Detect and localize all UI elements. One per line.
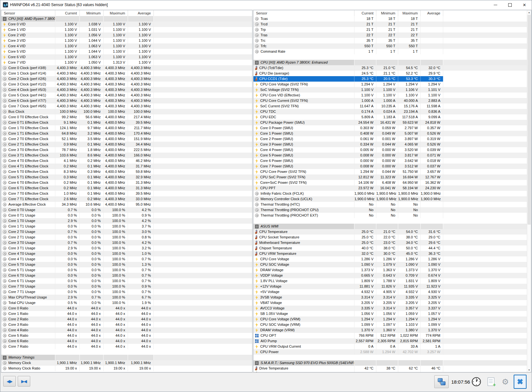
sensor-row[interactable]: Core 0 T0 Usage0.7 %0.0 %100.0 %4.2 % bbox=[1, 207, 252, 213]
section-header-row[interactable]: S.M.A.R.T.: Samsung SSD 970 EVO Plus 500… bbox=[253, 360, 527, 366]
column-header-sensor[interactable]: Sensor bbox=[1, 10, 55, 16]
sensor-row[interactable]: Memory Clock Ratio19.00 x19.00 x19.00 x1… bbox=[1, 366, 252, 371]
sensor-row[interactable]: Max CPU/Thread Usage2.9 %0.7 %100.0 %6.7… bbox=[1, 295, 252, 300]
close-sensors-button[interactable]: ✖ bbox=[514, 375, 527, 389]
maximize-button[interactable] bbox=[503, 0, 517, 9]
sensor-row[interactable]: CPU Core Voltage1.286 V1.286 V1.286 V1.2… bbox=[253, 256, 527, 262]
sensor-row[interactable]: Core 2 Ratio44.0 x44.0 x44.0 x44.0 x bbox=[1, 316, 252, 322]
sensor-row[interactable]: Core 5 Clock (perf #4/1)4,400.3 MHz4,400… bbox=[1, 93, 252, 98]
sensor-row[interactable]: Core+SoC Power (SVI2 TFN)14.106 W6.408 W… bbox=[253, 180, 527, 185]
sensor-row[interactable]: Core 1 VID1.100 V1.031 V1.100 V1.100 V bbox=[1, 27, 252, 32]
sensor-row[interactable]: Trc35 T35 T35 T bbox=[253, 38, 527, 43]
sensor-row[interactable]: Core 3 T1 Effective Clock103.6 MHz8.6 MH… bbox=[1, 153, 252, 158]
sensor-row[interactable]: Core 3 T1 Usage2.9 %0.0 %100.0 %3.2 % bbox=[1, 245, 252, 251]
sensor-row[interactable]: Core 2 T0 Effective Clock52.1 MHz3.5 MHz… bbox=[1, 136, 252, 142]
sensor-row[interactable]: Core 1 T1 Usage0.0 %0.0 %100.0 %3.7 % bbox=[1, 224, 252, 229]
sensor-row[interactable]: Core 6 Power (SMU)0.000 W0.000 W3.642 W0… bbox=[253, 158, 527, 164]
sensor-row[interactable]: Core 7 T0 Effective Clock1.0 MHz0.1 MHz4… bbox=[1, 191, 252, 196]
sensor-row[interactable]: Command Rate1 T1 T1 T bbox=[253, 49, 527, 54]
sensor-row[interactable]: Core 3 Power (SMU)0.334 W0.044 W4.065 W0… bbox=[253, 142, 527, 147]
sensor-row[interactable]: Core 7 T1 Effective Clock2.6 MHz0.2 MHz4… bbox=[1, 196, 252, 202]
sensor-row[interactable]: Core 6 T0 Effective Clock0.2 MHz0.1 MHz4… bbox=[1, 180, 252, 185]
column-header-sensor[interactable]: Sensor bbox=[253, 10, 354, 16]
sensor-row[interactable]: Core 3 VID1.100 V1.044 V1.100 V1.100 V bbox=[1, 38, 252, 43]
sensor-row[interactable]: Core 2 T0 Usage0.7 %0.0 %100.0 %3.0 % bbox=[1, 229, 252, 235]
sensor-row[interactable]: Tcas18 T18 T18 T bbox=[253, 16, 527, 22]
sensor-row[interactable]: Core 6 VID1.100 V1.063 V1.100 V1.100 V bbox=[1, 54, 252, 60]
sensor-row[interactable]: Core 7 Ratio44.0 x44.0 x44.0 x44.0 x bbox=[1, 344, 252, 349]
sensor-row[interactable]: CPU Power2.588 W1.294 W42.702 W3.257 W bbox=[253, 349, 527, 355]
sensor-row[interactable]: Core 6 T1 Usage0.0 %0.0 %100.0 %0.7 % bbox=[1, 278, 252, 284]
sensor-row[interactable]: Tras22 T22 T22 T bbox=[253, 32, 527, 38]
sensor-row[interactable]: +5V Voltage4.932 V4.905 V4.932 V4.930 V bbox=[253, 289, 527, 295]
sensor-row[interactable]: Core 3 Ratio44.0 x44.0 x44.0 x44.0 x bbox=[1, 322, 252, 327]
sensor-row[interactable]: CPU Core Voltage (SVI2 TFN)1.294 V1.294 … bbox=[253, 82, 527, 87]
sensor-row[interactable]: SB 1.05V Voltage1.056 V1.056 V1.059 V1.0… bbox=[253, 311, 527, 316]
sensor-row[interactable]: Core 5 T0 Usage0.0 %0.0 %100.0 %1.3 % bbox=[1, 262, 252, 267]
sensor-row[interactable]: CPU (Tctl/Tdie)25.3 °C21.0 °C54.5 °C32.0… bbox=[253, 65, 527, 71]
sensor-row[interactable]: Drive Temperature42 °C38 °C62 °C46 °C bbox=[253, 366, 527, 371]
sensor-row[interactable]: Core 1 T1 Effective Clock64.8 MHz3.2 MHz… bbox=[1, 131, 252, 136]
sensor-row[interactable]: Core 4 Ratio44.0 x44.0 x44.0 x44.0 x bbox=[1, 327, 252, 333]
section-header-row[interactable]: CPU [#0]: AMD Ryzen 7 3800X bbox=[1, 16, 252, 22]
sensor-row[interactable]: Trcd21 T21 T21 T bbox=[253, 22, 527, 27]
sensor-row[interactable]: Core 7 Power (SMU)0.008 W0.000 W3.512 W0… bbox=[253, 164, 527, 169]
sensor-row[interactable]: Thermal Throttling (PROCHOT CPU)NoNoNo bbox=[253, 207, 527, 213]
sensor-row[interactable]: DRAM Voltage (VRM)1.370 V1.360 V1.380 V1… bbox=[253, 327, 527, 333]
sensor-row[interactable]: CPU Package Power (SMU)24.554 W16.431 W5… bbox=[253, 120, 527, 125]
collapse-columns-button[interactable]: ▶◀ bbox=[18, 376, 30, 387]
sensor-row[interactable]: Core 7 T0 Usage0.0 %0.0 %100.0 %0.9 % bbox=[1, 284, 252, 289]
scroll-down-icon[interactable]: ▼ bbox=[527, 368, 531, 372]
sensor-row[interactable]: Motherboard Temperature25.0 °C23.0 °C34.… bbox=[253, 240, 527, 245]
sensor-row[interactable]: SoC Voltage (SVI2 TFN)1.100 V1.100 V1.10… bbox=[253, 87, 527, 93]
sensor-row[interactable]: Core 6 Ratio44.0 x44.0 x44.0 x44.0 x bbox=[1, 338, 252, 344]
create-report-button[interactable]: + bbox=[485, 375, 497, 388]
sensor-row[interactable]: Core 5 Ratio44.0 x44.0 x44.0 x44.0 x bbox=[1, 333, 252, 338]
close-window-button[interactable]: ✕ bbox=[517, 0, 532, 9]
sensor-row[interactable]: Core 1 T0 Usage2.9 %0.0 %100.0 %4.2 % bbox=[1, 218, 252, 224]
sensor-row[interactable]: AVCC3 Voltage3.335 V3.314 V3.357 V3.337 … bbox=[253, 306, 527, 311]
minimize-button[interactable] bbox=[488, 0, 503, 9]
remote-monitoring-button[interactable] bbox=[434, 375, 449, 388]
sensor-row[interactable]: VBAT Voltage3.205 V3.205 V3.205 V3.205 V bbox=[253, 300, 527, 306]
sensor-row[interactable]: Core 4 Clock (perf #5/3)4,400.3 MHz4,400… bbox=[1, 87, 252, 93]
scrollbar-thumb[interactable] bbox=[527, 15, 531, 225]
sensor-row[interactable]: CPU SoC Power (SVI2 TFN)12.812 W11.323 W… bbox=[253, 174, 527, 180]
sensor-row[interactable]: Core 5 T1 Usage0.0 %0.0 %100.0 %0.7 % bbox=[1, 267, 252, 273]
section-header-row[interactable]: ASUS WMI bbox=[253, 224, 527, 229]
sensor-row[interactable]: Core 5 T0 Effective Clock8.3 MHz0.3 MHz4… bbox=[1, 169, 252, 174]
sensor-row[interactable]: Thermal Throttling (HTC)NoNoNo bbox=[253, 202, 527, 207]
column-header-average[interactable]: Average bbox=[128, 10, 154, 16]
sensor-row[interactable]: Core 1 T0 Effective Clock124.1 MHz9.7 MH… bbox=[1, 125, 252, 131]
sensor-row[interactable]: CPU Core Voltage (VRM)1.294 V1.294 V1.29… bbox=[253, 316, 527, 322]
sensor-row[interactable]: Core 0 Power (SMU)0.303 W0.059 W2.797 W0… bbox=[253, 125, 527, 131]
sensor-row[interactable]: VDDP Voltage0.665 V0.643 V0.709 V0.674 V bbox=[253, 273, 527, 278]
sensor-row[interactable]: Core 0 T1 Effective Clock9.1 MHz0.1 MHz4… bbox=[1, 120, 252, 125]
sensor-row[interactable]: Thermal Throttling (PROCHOT EXT)NoNoNo bbox=[253, 213, 527, 218]
sensor-row[interactable]: CPU OPT766 RPM512 RPM1,022 RPM774 RPM bbox=[253, 333, 527, 338]
vertical-scrollbar[interactable]: ▲ ▼ bbox=[527, 10, 531, 372]
sensor-row[interactable]: Core 6 T0 Usage0.0 %0.0 %100.0 %0.7 % bbox=[1, 273, 252, 278]
sensor-row[interactable]: Core 1 Ratio44.0 x44.0 x44.0 x44.0 x bbox=[1, 311, 252, 316]
sensor-row[interactable]: Core 1 Power (SMU)0.408 W0.049 W5.007 W0… bbox=[253, 131, 527, 136]
sensor-row[interactable]: Core 7 T1 Usage0.0 %0.0 %100.0 %0.7 % bbox=[1, 289, 252, 295]
sensor-row[interactable]: Chipset Temperature40.0 °C38.0 °C50.0 °C… bbox=[253, 245, 527, 251]
sensor-row[interactable]: Core 0 T1 Usage0.0 %0.0 %100.0 %0.9 % bbox=[1, 213, 252, 218]
sensor-row[interactable]: Core 3 T0 Effective Clock78.7 MHz1.8 MHz… bbox=[1, 147, 252, 153]
sensor-row[interactable]: AIO Pump2,557 RPM2,305 RPM2,815 RPM2,581… bbox=[253, 338, 527, 344]
sensor-row[interactable]: Core 4 T1 Effective Clock0.2 MHz0.1 MHz4… bbox=[1, 164, 252, 169]
sensor-row[interactable]: Core 6 Clock (perf #7/7)4,400.3 MHz4,400… bbox=[1, 98, 252, 103]
column-header-current[interactable]: Current bbox=[55, 10, 80, 16]
sensor-row[interactable]: SoC Current (SVI2 TFN)11.647 A10.235 A15… bbox=[253, 103, 527, 109]
column-header-current[interactable]: Current bbox=[354, 10, 376, 16]
sensor-row[interactable]: CPU Temperature25.0 °C21.0 °C54.0 °C31.6… bbox=[253, 229, 527, 235]
sensor-row[interactable]: Core 4 Power (SMU)0.005 W0.000 W3.520 W0… bbox=[253, 147, 527, 153]
section-header-row[interactable]: Memory Timings bbox=[1, 355, 252, 360]
sensor-row[interactable]: CPU SOC Voltage (VRM)1.099 V1.097 V1.103… bbox=[253, 322, 527, 327]
sensor-row[interactable]: Trfc550 T550 T550 T bbox=[253, 43, 527, 49]
sensor-row[interactable]: Infinity Fabric Clock (FCLK)1,900.0 MHz1… bbox=[253, 191, 527, 196]
sensor-row[interactable]: Core 2 Clock (perf #2/6)4,400.3 MHz4,400… bbox=[1, 76, 252, 82]
sensor-row[interactable]: Core 2 T1 Usage0.0 %0.0 %100.0 %0.8 % bbox=[1, 235, 252, 240]
sensor-row[interactable]: CPU Core Power (SVI2 TFN)1.294 W0.044 W5… bbox=[253, 169, 527, 174]
sensor-row[interactable]: CPU TDC0.174 A0.024 A23.194 A0.836 A bbox=[253, 109, 527, 114]
